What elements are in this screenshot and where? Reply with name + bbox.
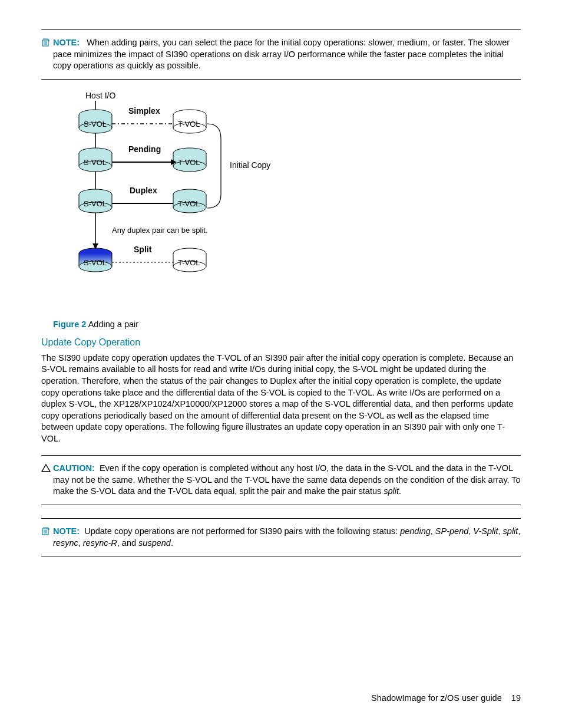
svg-text:S-VOL: S-VOL [84, 120, 107, 129]
note-label: NOTE: [53, 526, 80, 536]
note-block: NOTE: When adding pairs, you can select … [41, 30, 521, 79]
diagram: Host I/O S-VOL T-VOL Simplex [53, 91, 300, 315]
tvol-split: T-VOL [173, 248, 206, 272]
tvol-pending: T-VOL [173, 148, 206, 172]
rule [41, 556, 521, 556]
svg-text:Initial Copy: Initial Copy [230, 160, 270, 170]
caution-body: CAUTION: Even if the copy operation is c… [53, 463, 521, 498]
tvol-duplex: T-VOL [173, 189, 206, 213]
svol-pending: S-VOL [79, 148, 112, 172]
svg-text:T-VOL: T-VOL [178, 120, 200, 129]
note-block-2: NOTE: Update copy operations are not per… [41, 519, 521, 556]
svg-text:Any duplex pair can be split.: Any duplex pair can be split. [112, 226, 208, 235]
caution-text-a: Even if the copy operation is completed … [53, 463, 521, 496]
figure-caption: Figure 2 Adding a pair [53, 319, 521, 331]
figure: Host I/O S-VOL T-VOL Simplex [53, 91, 521, 331]
host-io-label: Host I/O [85, 91, 115, 100]
svg-text:Pending: Pending [128, 144, 161, 154]
footer-title: ShadowImage for z/OS user guide [371, 693, 502, 703]
svg-marker-68 [42, 465, 50, 472]
svg-text:T-VOL: T-VOL [178, 258, 200, 267]
svol-duplex: S-VOL [79, 189, 112, 213]
caution-block: CAUTION: Even if the copy operation is c… [41, 456, 521, 505]
figure-text: Adding a pair [88, 319, 138, 329]
note2-pre: Update copy operations are not performed… [84, 526, 400, 536]
note-body: NOTE: When adding pairs, you can select … [53, 37, 521, 72]
svg-text:T-VOL: T-VOL [178, 158, 200, 167]
figure-label: Figure 2 [53, 319, 86, 329]
svg-text:S-VOL: S-VOL [84, 258, 107, 267]
body-paragraph: The SI390 update copy operation updates … [41, 353, 521, 445]
svg-text:Simplex: Simplex [128, 106, 160, 116]
note-text: When adding pairs, you can select the pa… [53, 38, 510, 70]
svg-text:S-VOL: S-VOL [84, 199, 107, 208]
caution-label: CAUTION: [53, 463, 95, 473]
note-icon [41, 38, 53, 50]
tvol-simplex: T-VOL [173, 110, 206, 133]
caution-icon [41, 463, 53, 475]
page-number: 19 [511, 693, 521, 703]
svol-split: S-VOL [79, 248, 112, 272]
rule [41, 79, 521, 80]
caution-text-b: split [384, 486, 399, 496]
svol-simplex: S-VOL [79, 110, 112, 133]
svg-text:Split: Split [134, 245, 152, 254]
svg-text:S-VOL: S-VOL [84, 158, 107, 167]
note-icon [41, 526, 53, 539]
note-label: NOTE: [53, 38, 80, 47]
note2-body: NOTE: Update copy operations are not per… [53, 526, 521, 549]
section-title: Update Copy Operation [41, 336, 521, 349]
svg-text:T-VOL: T-VOL [178, 199, 200, 208]
page-footer: ShadowImage for z/OS user guide 19 [371, 693, 521, 704]
caution-text-c: . [399, 486, 401, 496]
svg-text:Duplex: Duplex [130, 186, 157, 195]
